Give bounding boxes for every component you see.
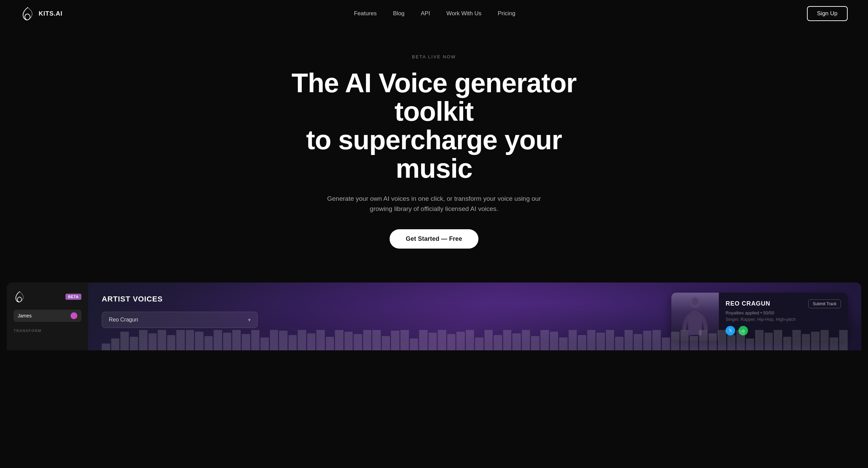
waveform-bar	[289, 335, 297, 350]
waveform-bar	[307, 333, 316, 350]
waveform-bar	[326, 337, 334, 350]
royalties-text: Royalties applied • 50/50	[726, 310, 841, 315]
waveform-bar	[662, 337, 670, 350]
waveform-bar	[279, 331, 288, 350]
waveform-bar	[830, 337, 838, 350]
nav-api[interactable]: API	[421, 10, 430, 17]
submit-track-button[interactable]: Submit Track	[808, 299, 841, 308]
demo-section: BETA James TRANSFORM ARTIST VOICES Reo C…	[7, 282, 861, 350]
waveform-bar	[195, 332, 203, 350]
demo-left-header: BETA	[14, 291, 81, 303]
waveform-bar	[232, 330, 241, 350]
waveform-bar	[503, 330, 512, 350]
waveform-bar	[456, 332, 465, 350]
waveform-bar	[811, 332, 820, 350]
waveform-bar	[792, 330, 801, 350]
signup-button[interactable]: Sign Up	[807, 6, 848, 21]
nav-work-with-us[interactable]: Work With Us	[446, 10, 481, 17]
waveform-bar	[494, 335, 502, 350]
hero-subtitle: Generate your own AI voices in one click…	[315, 194, 553, 214]
waveform-bar	[615, 337, 624, 350]
waveform-bar	[783, 337, 792, 350]
waveform-bar	[765, 333, 773, 350]
waveform-bar	[186, 330, 194, 350]
waveform-bar	[550, 332, 558, 350]
waveform-bar	[419, 330, 428, 350]
nav-blog[interactable]: Blog	[393, 10, 405, 17]
waveform-bar	[512, 333, 521, 350]
waveform-bar	[438, 330, 446, 350]
waveform-bar	[540, 330, 549, 350]
waveform-bar	[485, 330, 493, 350]
waveform-bar	[223, 333, 232, 350]
beta-badge: BETA	[65, 294, 81, 300]
waveform-bar	[475, 337, 484, 350]
waveform-bar	[727, 335, 736, 350]
artist-name: REO CRAGUN	[726, 300, 770, 307]
waveform-bar	[625, 330, 633, 350]
waveform-bar	[167, 335, 176, 350]
waveform-bar	[130, 337, 138, 350]
waveform-bar	[690, 336, 698, 350]
waveform-bar	[316, 330, 325, 350]
waveform-bar	[596, 333, 605, 350]
waveform-bar	[270, 330, 278, 350]
waveform-bar	[242, 334, 250, 350]
nav-features[interactable]: Features	[354, 10, 377, 17]
waveform-bar	[606, 330, 614, 350]
artist-name-row: REO CRAGUN Submit Track	[726, 299, 841, 308]
demo-transform-label: TRANSFORM	[14, 329, 81, 333]
svg-point-1	[692, 298, 698, 306]
artist-dropdown-text: Reo Cragun	[109, 317, 138, 323]
logo[interactable]: KITS.AI	[20, 6, 62, 21]
logo-icon	[20, 6, 35, 21]
waveform-bar	[466, 330, 474, 350]
user-avatar	[71, 312, 77, 319]
demo-right-panel: ARTIST VOICES Reo Cragun ▾	[88, 282, 861, 350]
waveform-bar	[699, 330, 708, 350]
waveform-bar	[102, 344, 110, 350]
waveform-bar	[204, 336, 213, 350]
waveform-bar	[447, 334, 456, 350]
waveform-bar	[298, 330, 306, 350]
genre-text: Singer, Rapper, Hip-Hop, High-pitch	[726, 317, 841, 322]
get-started-button[interactable]: Get Started — Free	[390, 229, 478, 249]
waveform-bar	[176, 330, 185, 350]
waveform-bar	[802, 334, 810, 350]
waveform	[88, 330, 861, 350]
waveform-bar	[391, 331, 399, 350]
waveform-bar	[587, 330, 596, 350]
waveform-bar	[344, 332, 353, 350]
waveform-bar	[363, 330, 372, 350]
waveform-bar	[382, 336, 390, 350]
waveform-bar	[746, 338, 754, 350]
waveform-bar	[158, 330, 166, 350]
hero-badge: BETA LIVE NOW	[278, 54, 590, 59]
waveform-bar	[652, 330, 661, 350]
artist-dropdown[interactable]: Reo Cragun ▾	[102, 312, 258, 328]
waveform-bar	[522, 330, 530, 350]
nav-pricing[interactable]: Pricing	[498, 10, 515, 17]
waveform-bar	[354, 334, 362, 350]
waveform-bar	[559, 337, 568, 350]
waveform-bar	[149, 333, 157, 350]
waveform-bar	[120, 332, 129, 350]
demo-user-row[interactable]: James	[14, 310, 81, 322]
nav-links: Features Blog API Work With Us Pricing	[354, 10, 515, 17]
waveform-bar	[111, 338, 120, 350]
waveform-bar	[251, 330, 260, 350]
waveform-bar	[839, 330, 848, 350]
waveform-bar	[643, 331, 652, 350]
waveform-bar	[755, 330, 764, 350]
chevron-down-icon: ▾	[248, 317, 251, 323]
hero-title: The AI Voice generator toolkit to superc…	[278, 69, 590, 183]
hero-title-line1: The AI Voice generator toolkit	[292, 68, 576, 126]
waveform-bar	[410, 338, 418, 350]
waveform-bar	[569, 330, 577, 350]
waveform-bar	[634, 334, 642, 350]
hero-section: BETA LIVE NOW The AI Voice generator too…	[264, 27, 604, 269]
waveform-bar	[680, 330, 689, 350]
waveform-bar	[260, 337, 269, 350]
waveform-bar	[709, 333, 717, 350]
waveform-bar	[671, 332, 679, 350]
